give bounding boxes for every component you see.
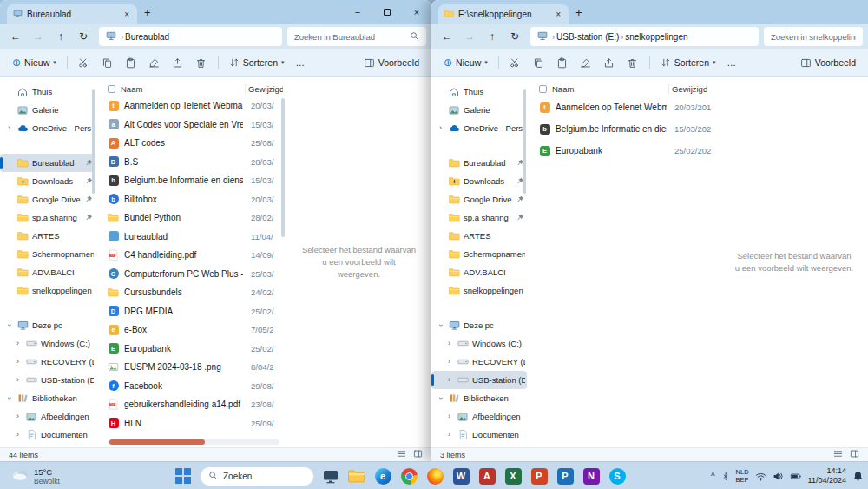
file-row-belgium-be-informatie-en-diensten-va[interactable]: bBelgium.be Informatie en diensten va...… xyxy=(95,171,286,190)
tab-bureaublad[interactable]: Bureaublad × xyxy=(7,4,137,24)
new-button[interactable]: ⊕Nieuw▾ xyxy=(7,53,62,72)
chevron-right-icon[interactable]: › xyxy=(14,413,22,420)
sidebar-item-afbeeldingen[interactable]: ›Afbeeldingen xyxy=(0,407,95,426)
breadcrumb-item-usb-station-e[interactable]: USB-station (E:) xyxy=(556,32,619,42)
tab-snelkoppelingen[interactable]: E:\snelkoppelingen × xyxy=(438,4,569,24)
rename-button[interactable] xyxy=(143,52,166,73)
preview-toggle-button[interactable]: Voorbeeld xyxy=(358,54,424,72)
forward-button[interactable]: → xyxy=(28,30,49,43)
search-input[interactable]: Zoeken in snelkoppelingen xyxy=(764,27,863,46)
file-row-alt-codes[interactable]: AALT codes25/08/ xyxy=(95,134,286,153)
horizontal-scrollbar-thumb[interactable] xyxy=(109,439,205,445)
sidebar-item-windows-c[interactable]: ›Windows (C:) xyxy=(431,334,527,353)
file-row-cursusbundels[interactable]: Cursusbundels24/02/ xyxy=(95,283,286,302)
taskbar-app-chrome-icon[interactable] xyxy=(398,465,420,487)
file-row-b-s[interactable]: BB.S28/03/ xyxy=(95,153,286,172)
file-row-hln[interactable]: HHLN25/09/ xyxy=(95,414,286,433)
sidebar-item-sp-a-sharing[interactable]: sp.a sharing xyxy=(431,208,527,227)
notifications-bell-icon[interactable] xyxy=(852,471,864,482)
back-button[interactable]: ← xyxy=(5,30,26,43)
new-button[interactable]: ⊕Nieuw▾ xyxy=(438,53,493,72)
more-button[interactable]: … xyxy=(291,54,311,71)
cut-button[interactable] xyxy=(73,52,95,73)
refresh-button[interactable]: ↻ xyxy=(73,30,94,43)
language-indicator[interactable]: NLD BEP xyxy=(736,468,749,484)
sidebar-item-bureaublad[interactable]: Bureaublad xyxy=(0,154,95,172)
taskbar-app-word-icon[interactable]: W xyxy=(450,465,472,487)
sidebar-item-windows-c[interactable]: ›Windows (C:) xyxy=(0,334,95,353)
volume-icon[interactable] xyxy=(773,471,784,482)
battery-icon[interactable] xyxy=(790,471,802,482)
sidebar-item-usb-station-e[interactable]: ›USB-station (E:) xyxy=(431,371,527,389)
chevron-right-icon[interactable]: › xyxy=(14,358,22,366)
sidebar-item-adv-balci[interactable]: ADV.BALCI xyxy=(431,263,527,281)
select-all-checkbox[interactable] xyxy=(539,85,547,93)
start-button[interactable] xyxy=(172,465,194,487)
column-header-name[interactable]: Naam xyxy=(121,84,240,94)
sidebar-item-google-drive[interactable]: Google Drive xyxy=(431,190,527,208)
chevron-down-icon[interactable]: › xyxy=(5,321,13,329)
taskbar-app-onenote-icon[interactable]: N xyxy=(580,465,602,487)
share-button[interactable] xyxy=(167,52,189,73)
horizontal-scrollbar[interactable] xyxy=(108,439,279,445)
address-bar[interactable]: ›Bureaublad xyxy=(99,27,282,46)
chevron-right-icon[interactable]: › xyxy=(14,376,22,384)
chevron-right-icon[interactable]: › xyxy=(14,431,22,439)
sidebar-scrollbar[interactable] xyxy=(92,89,95,194)
sidebar-item-downloads[interactable]: Downloads xyxy=(0,172,95,190)
vertical-scrollbar[interactable] xyxy=(281,98,285,237)
breadcrumb-item-snelkoppelingen[interactable]: snelkoppelingen xyxy=(625,32,687,42)
weather-widget[interactable]: 15°C Bewolkt xyxy=(5,462,65,489)
minimize-button[interactable]: − xyxy=(343,0,372,24)
taskbar-app-task-view-icon[interactable] xyxy=(319,465,342,487)
sidebar-item-recovery-d[interactable]: ›RECOVERY (D:) xyxy=(431,353,527,371)
sidebar-item-onedrive-pers[interactable]: ›OneDrive - Pers xyxy=(431,119,527,137)
chevron-down-icon[interactable]: › xyxy=(437,394,444,402)
file-row-euspm-2024-03-18-png[interactable]: EUSPM 2024-03-18 .png8/04/2 xyxy=(95,358,286,377)
taskbar-app-publisher-icon[interactable]: P xyxy=(554,465,576,487)
copy-button[interactable] xyxy=(96,52,119,73)
taskbar-app-edge-icon[interactable]: e xyxy=(372,465,394,487)
preview-toggle-button[interactable]: Voorbeeld xyxy=(795,54,861,72)
refresh-button[interactable]: ↻ xyxy=(504,30,525,43)
file-row-aanmelden-op-telenet-webmail[interactable]: tAanmelden op Telenet Webmail20/03/ xyxy=(95,96,286,116)
taskbar-app-powerpoint-icon[interactable]: P xyxy=(528,465,550,487)
sidebar-item-bureaublad[interactable]: Bureaublad xyxy=(431,154,527,172)
chevron-down-icon[interactable]: › xyxy=(5,394,13,402)
chevron-right-icon[interactable]: › xyxy=(14,340,22,347)
file-row-billtobox[interactable]: bBilltobox20/03/ xyxy=(95,190,286,209)
sidebar-item-bibliotheken[interactable]: ›Bibliotheken xyxy=(431,389,527,407)
sidebar-item-snelkoppelingen[interactable]: snelkoppelingen xyxy=(0,281,95,300)
sidebar-item-galerie[interactable]: Galerie xyxy=(0,101,95,119)
file-row-aanmelden-op-telenet-webmail[interactable]: tAanmelden op Telenet Webmail20/03/201 xyxy=(527,96,720,118)
sidebar-item-artes[interactable]: ARTES xyxy=(431,227,527,245)
chevron-right-icon[interactable]: › xyxy=(437,124,444,132)
sidebar-item-recovery-d[interactable]: ›RECOVERY (D:) xyxy=(0,353,95,371)
details-view-icon[interactable] xyxy=(833,449,843,460)
paste-button[interactable] xyxy=(120,52,142,73)
file-row-alt-codes-voor-speciale-en-vreemde-t[interactable]: aAlt Codes voor Speciale en Vreemde t...… xyxy=(95,116,286,135)
chevron-right-icon[interactable]: › xyxy=(445,340,453,347)
sidebar-item-downloads[interactable]: Downloads xyxy=(431,172,527,190)
taskbar-app-skype-icon[interactable]: S xyxy=(606,465,628,487)
share-button[interactable] xyxy=(598,52,621,73)
maximize-button[interactable] xyxy=(372,0,402,24)
file-row-bureaublad[interactable]: bureaublad11/04/ xyxy=(95,228,286,247)
taskbar-app-firefox-icon[interactable] xyxy=(424,465,446,487)
chevron-right-icon[interactable]: › xyxy=(445,431,453,439)
sidebar-item-bibliotheken[interactable]: ›Bibliotheken xyxy=(0,389,95,407)
sidebar-item-google-drive[interactable]: Google Drive xyxy=(0,190,95,208)
more-button[interactable]: … xyxy=(722,54,742,71)
taskbar-app-excel-icon[interactable]: X xyxy=(502,465,524,487)
file-row-gebruikershandleiding-a14-pdf-snelk[interactable]: PDFgebruikershandleiding a14.pdf - Snelk… xyxy=(95,395,286,414)
sidebar-item-thuis[interactable]: Thuis xyxy=(431,83,527,101)
taskbar-app-file-explorer-icon[interactable] xyxy=(345,465,368,487)
chevron-right-icon[interactable]: › xyxy=(445,376,453,384)
column-header-modified[interactable]: Gewijzigd xyxy=(668,84,717,94)
bluetooth-icon[interactable] xyxy=(721,471,730,482)
file-row-c4-handleiding-pdf[interactable]: PDFC4 handleiding.pdf14/09/ xyxy=(95,246,286,265)
taskbar-search[interactable]: Zoeken xyxy=(200,466,314,486)
sort-button[interactable]: Sorteren▾ xyxy=(224,54,290,71)
chevron-right-icon[interactable]: › xyxy=(445,413,453,420)
file-row-belgium-be-informatie-en-diensten-va[interactable]: bBelgium.be Informatie en diensten va...… xyxy=(527,118,720,140)
